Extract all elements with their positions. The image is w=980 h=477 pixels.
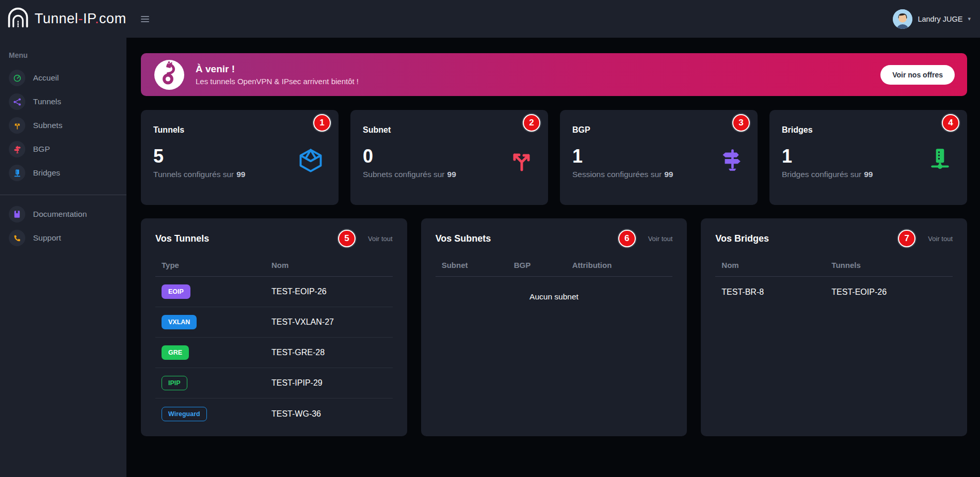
user-menu[interactable]: Landry JUGE ▾ (893, 9, 980, 29)
panel-title: Vos Subnets (436, 233, 491, 244)
tunnel-name: TEST-GRE-28 (271, 348, 393, 357)
table-row[interactable]: GRE TEST-GRE-28 (155, 338, 393, 368)
panels-row: Vos Tunnels 5 Voir tout Type Nom EOIP TE… (141, 218, 967, 436)
sidebar-item-tunnels[interactable]: Tunnels (0, 93, 126, 110)
table-header: Nom Tunnels (715, 261, 953, 277)
gauge-icon (9, 70, 25, 86)
panel-title: Vos Tunnels (155, 233, 209, 244)
promo-banner: À venir ! Les tunnels OpenVPN & IPsec ar… (141, 53, 967, 96)
split-arrows-icon (9, 117, 25, 134)
step-badge-4: 4 (942, 114, 959, 132)
tunnel-type-badge: GRE (162, 345, 189, 360)
phone-icon (9, 230, 25, 246)
panel-header: Vos Tunnels 5 Voir tout (155, 230, 393, 247)
sidebar-item-label: Tunnels (33, 97, 61, 106)
sidebar-item-bgp[interactable]: BGP (0, 141, 126, 157)
stat-title: Tunnels (153, 125, 326, 135)
sidebar-item-label: Bridges (33, 168, 60, 178)
sidebar-divider (0, 195, 126, 195)
step-badge-1: 1 (313, 114, 331, 132)
tunnel-name: TEST-WG-36 (271, 409, 393, 419)
signpost-icon (717, 147, 743, 175)
sidebar-item-label: Support (33, 233, 61, 243)
stat-title: BGP (572, 125, 745, 135)
voir-tout-link[interactable]: Voir tout (368, 235, 393, 243)
voir-tout-link[interactable]: Voir tout (648, 235, 673, 243)
server-icon (9, 165, 25, 181)
column-nom: Nom (271, 261, 393, 269)
tunnel-type-badge: IPIP (162, 376, 187, 390)
sidebar-item-bridges[interactable]: Bridges (0, 165, 126, 181)
stat-title: Subnet (363, 125, 536, 135)
panel-vos-tunnels: Vos Tunnels 5 Voir tout Type Nom EOIP TE… (141, 218, 407, 436)
table-header: Type Nom (155, 261, 393, 277)
sidebar-item-support[interactable]: Support (0, 230, 126, 246)
topbar: Tunnel-IP.com Landry JUGE ▾ (0, 0, 980, 38)
banner-title: À venir ! (196, 63, 359, 75)
column-nom: Nom (715, 261, 831, 269)
sidebar-item-accueil[interactable]: Accueil (0, 70, 126, 86)
step-badge-2: 2 (523, 114, 540, 132)
brand-logo[interactable]: Tunnel-IP.com (0, 7, 126, 31)
wireguard-logo-icon (154, 60, 184, 90)
table-row[interactable]: VXLAN TEST-VXLAN-27 (155, 307, 393, 338)
avatar (893, 9, 912, 29)
table-row[interactable]: IPIP TEST-IPIP-29 (155, 368, 393, 399)
panel-vos-bridges: Vos Bridges 7 Voir tout Nom Tunnels TEST… (701, 218, 967, 436)
sidebar-item-subnets[interactable]: Subnets (0, 117, 126, 134)
stat-card-tunnels[interactable]: 1 Tunnels 5 Tunnels configurés sur99 (141, 110, 339, 205)
step-badge-6: 6 (618, 230, 636, 247)
bridge-name: TEST-BR-8 (715, 288, 831, 297)
signpost-icon (9, 141, 25, 157)
stat-title: Bridges (782, 125, 955, 135)
chevron-down-icon: ▾ (968, 15, 971, 22)
panel-header: Vos Subnets 6 Voir tout (436, 230, 673, 247)
sidebar-item-label: BGP (33, 145, 50, 154)
server-network-icon (927, 147, 953, 175)
user-name: Landry JUGE (918, 15, 962, 23)
stat-card-bridges[interactable]: 4 Bridges 1 Bridges configurés sur99 (769, 110, 967, 205)
sidebar: Menu Accueil Tunnels (0, 38, 126, 477)
dashboard-page: Tunnel-IP.com Landry JUGE ▾ Menu (0, 0, 980, 477)
panel-vos-subnets: Vos Subnets 6 Voir tout Subnet BGP Attri… (421, 218, 687, 436)
cube-icon (297, 147, 324, 176)
step-badge-5: 5 (338, 230, 356, 247)
stats-row: 1 Tunnels 5 Tunnels configurés sur99 2 S… (141, 110, 967, 205)
network-icon (9, 93, 25, 110)
tunnel-name: TEST-IPIP-29 (271, 378, 393, 388)
step-badge-7: 7 (898, 230, 915, 247)
bridge-tunnels: TEST-EOIP-26 (831, 288, 953, 297)
table-header: Subnet BGP Attribution (436, 261, 673, 277)
voir-nos-offres-button[interactable]: Voir nos offres (880, 65, 955, 85)
main-content: À venir ! Les tunnels OpenVPN & IPsec ar… (126, 38, 980, 477)
column-attribution: Attribution (572, 261, 673, 269)
tunnel-name: TEST-EOIP-26 (271, 287, 393, 296)
menu-toggle-icon[interactable] (141, 16, 149, 22)
banner-subtitle: Les tunnels OpenVPN & IPsec arrivent bie… (196, 77, 359, 86)
step-badge-3: 3 (732, 114, 750, 132)
split-arrows-icon (509, 147, 534, 174)
table-row[interactable]: Wireguard TEST-WG-36 (155, 399, 393, 429)
voir-tout-link[interactable]: Voir tout (928, 235, 953, 243)
column-subnet: Subnet (436, 261, 514, 269)
book-icon (9, 206, 25, 222)
sidebar-item-label: Accueil (33, 73, 59, 83)
tunnel-name: TEST-VXLAN-27 (271, 317, 393, 327)
empty-state-text: Aucun subnet (436, 292, 673, 301)
table-row[interactable]: TEST-BR-8 TEST-EOIP-26 (715, 277, 953, 307)
column-tunnels: Tunnels (831, 261, 953, 269)
column-type: Type (155, 261, 271, 269)
column-bgp: BGP (514, 261, 572, 269)
banner-texts: À venir ! Les tunnels OpenVPN & IPsec ar… (196, 63, 359, 86)
sidebar-item-label: Subnets (33, 121, 62, 130)
brand-title: Tunnel-IP.com (35, 11, 126, 27)
stat-card-subnet[interactable]: 2 Subnet 0 Subnets configurés sur99 (350, 110, 548, 205)
tunnel-logo-icon (7, 7, 29, 31)
tunnel-type-badge: EOIP (162, 284, 190, 299)
table-row[interactable]: EOIP TEST-EOIP-26 (155, 277, 393, 307)
sidebar-item-documentation[interactable]: Documentation (0, 206, 126, 222)
sidebar-item-label: Documentation (33, 210, 87, 219)
tunnel-type-badge: VXLAN (162, 315, 197, 329)
tunnel-type-badge: Wireguard (162, 407, 207, 421)
stat-card-bgp[interactable]: 3 BGP 1 Sessions configurées sur99 (560, 110, 758, 205)
